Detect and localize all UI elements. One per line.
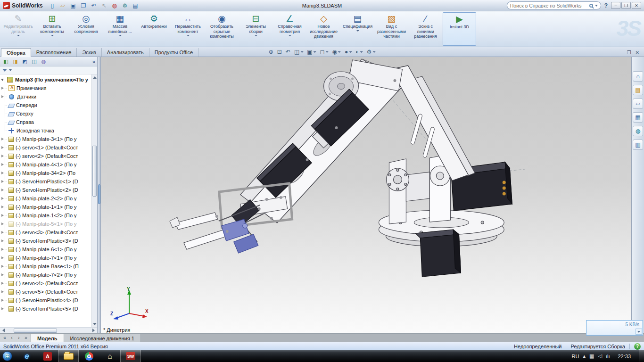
tree-item[interactable]: Сверху — [0, 109, 91, 118]
dimxpertmanager-tab-icon[interactable]: ◫ — [30, 58, 38, 66]
collapse-arrow-icon[interactable] — [1, 79, 4, 81]
undo-icon[interactable]: ↶ — [89, 1, 99, 10]
section-view-icon[interactable]: ◫ — [293, 48, 305, 56]
robot-arm-model[interactable] — [101, 57, 631, 333]
start-button[interactable] — [2, 351, 12, 361]
tree-horizontal-scrollbar[interactable] — [0, 327, 97, 333]
widget-dropdown-button[interactable] — [636, 329, 642, 335]
tree-item[interactable]: (-) Manip-plate-7<1> (По у — [0, 254, 91, 262]
smart-fasteners-button[interactable]: ⚙ Автокрепежи — [137, 12, 171, 46]
clock[interactable]: 22:33 — [613, 354, 635, 359]
tab-layout[interactable]: Расположение — [31, 48, 77, 57]
tree-vertical-scrollbar[interactable] — [91, 74, 97, 327]
tree-item[interactable]: (-) Manip-plate-5<1> (По у — [0, 220, 91, 228]
tree-item[interactable]: (-) Manip-plate-34<2> (По — [0, 169, 91, 177]
search-input[interactable] — [510, 3, 587, 8]
expand-arrow-icon[interactable] — [1, 239, 4, 242]
tree-item[interactable]: (-) ServoHornPlastic<3> (D — [0, 237, 91, 245]
display-style-icon[interactable]: ◻ — [319, 48, 330, 56]
expand-arrow-icon[interactable] — [1, 189, 4, 191]
scrollbar-thumb[interactable] — [92, 146, 97, 197]
tree-item[interactable]: (-) Manip-plate-Base<1> (П — [0, 262, 91, 271]
zoom-to-area-icon[interactable]: ⊡ — [276, 48, 283, 56]
instant-3d-button[interactable]: ▶ Instant 3D — [443, 12, 476, 46]
tree-item[interactable]: (-) ServoHornPlastic<1> (D — [0, 177, 91, 186]
explorer-folder-icon[interactable] — [58, 350, 79, 362]
assembly-features-button[interactable]: ⊟ Элементы сборки — [239, 12, 272, 46]
scroll-right-icon[interactable] — [92, 329, 95, 332]
tree-item[interactable]: (-) Manip-plate-3<1> (По у — [0, 135, 91, 143]
tab-assembly[interactable]: Сборка — [1, 48, 31, 57]
configurationmanager-tab-icon[interactable]: ◩ — [21, 58, 29, 66]
tree-item[interactable]: (-) Manip-plate-2<2> (По у — [0, 194, 91, 203]
tree-item[interactable]: (-) servo<2> (Default<Сост — [0, 152, 91, 160]
solidworks-icon[interactable]: SW — [120, 350, 141, 362]
explode-line-sketch-button[interactable]: ∕ Эскиз с линиями разнесения — [409, 12, 442, 46]
edit-part-button[interactable]: ✎ Редактировать деталь — [1, 12, 35, 46]
help-button[interactable]: ? — [604, 2, 608, 9]
options-icon[interactable]: ⚙ — [120, 1, 130, 10]
next-tab-icon[interactable]: › — [16, 335, 22, 341]
tree-item[interactable]: Исходная точка — [0, 126, 91, 135]
view-palette-icon[interactable]: ▦ — [633, 112, 643, 123]
scrollbar-thumb[interactable] — [14, 329, 57, 333]
expand-arrow-icon[interactable] — [1, 273, 4, 276]
tree-item[interactable]: (-) servo<1> (Default<Сост — [0, 143, 91, 152]
doc-close-button[interactable]: ✕ — [636, 50, 639, 55]
expand-arrow-icon[interactable] — [1, 231, 4, 234]
tree-item[interactable]: (-) ServoHornPlastic<4> (D — [0, 296, 91, 304]
prev-tab-icon[interactable]: ‹ — [8, 335, 15, 341]
expand-arrow-icon[interactable] — [1, 282, 4, 285]
filter-dropdown-icon[interactable] — [9, 69, 12, 71]
tray-expand-icon[interactable]: ▴ — [583, 353, 586, 359]
tab-sketch[interactable]: Эскиз — [77, 48, 101, 57]
language-indicator[interactable]: RU — [572, 354, 579, 359]
expand-arrow-icon[interactable] — [1, 95, 4, 98]
tab-analyze[interactable]: Анализировать — [102, 48, 149, 57]
custom-properties-icon[interactable]: ▥ — [633, 140, 643, 150]
tree-item-root[interactable]: Manip3 (По умолчанию<По у — [0, 75, 91, 84]
expand-arrow-icon[interactable] — [1, 290, 4, 293]
move-component-button[interactable]: ↔ Переместить компонент — [171, 12, 205, 46]
quick-tips-icon[interactable]: ? — [634, 343, 641, 350]
reference-geometry-button[interactable]: ∠ Справочная геометрия — [273, 12, 306, 46]
expand-arrow-icon[interactable] — [1, 146, 4, 149]
maximize-button[interactable]: ❐ — [621, 2, 631, 9]
adobe-reader-icon[interactable]: A — [37, 350, 58, 362]
tree-item[interactable]: (-) Manip-plate-4<1> (По у — [0, 160, 91, 169]
tree-item[interactable]: (-) ServoHornPlastic<5> (D — [0, 304, 91, 313]
expand-arrow-icon[interactable] — [1, 206, 4, 208]
expand-arrow-icon[interactable] — [1, 248, 4, 251]
expand-arrow-icon[interactable] — [1, 214, 4, 217]
search-dropdown-icon[interactable] — [595, 5, 598, 7]
help-search-box[interactable] — [507, 1, 601, 9]
expand-arrow-icon[interactable] — [1, 87, 4, 90]
tree-item[interactable]: (-) Manip-plate-7<2> (По у — [0, 271, 91, 279]
save-icon[interactable]: ▣ — [68, 1, 78, 10]
solidworks-resources-icon[interactable]: ⌂ — [633, 71, 643, 82]
expand-arrow-icon[interactable] — [1, 256, 4, 259]
splitter-grip[interactable] — [98, 184, 100, 204]
zoom-to-fit-icon[interactable]: ⊕ — [267, 48, 275, 56]
insert-components-button[interactable]: ⊞ Вставить компоненты — [35, 12, 69, 46]
propertymanager-tab-icon[interactable]: ◨ — [11, 58, 19, 66]
tree-item[interactable]: Примечания — [0, 84, 91, 92]
filter-funnel-icon[interactable] — [2, 69, 7, 72]
print-icon[interactable]: ❐ — [79, 1, 88, 10]
expand-arrow-icon[interactable] — [1, 222, 4, 225]
expand-arrow-icon[interactable] — [1, 155, 4, 157]
expand-arrow-icon[interactable] — [1, 163, 4, 166]
first-tab-icon[interactable]: « — [1, 335, 8, 341]
new-motion-study-button[interactable]: ◇ Новое исследование движения — [307, 12, 340, 46]
rebuild-icon[interactable]: ◍ — [110, 1, 119, 10]
file-explorer-icon[interactable]: ▱ — [633, 99, 643, 109]
tree-item[interactable]: Спереди — [0, 101, 91, 109]
minimize-button[interactable]: – — [611, 2, 620, 9]
expand-arrow-icon[interactable] — [1, 172, 4, 174]
doc-minimize-button[interactable]: — — [618, 50, 623, 55]
graphics-area[interactable]: Y X Z * Диметрия — [101, 57, 631, 333]
expand-arrow-icon[interactable] — [1, 138, 4, 140]
mate-button[interactable]: ◎ Условия сопряжения — [69, 12, 103, 46]
tree-item[interactable]: (-) servo<3> (Default<Сост — [0, 228, 91, 237]
doc-restore-button[interactable]: ❐ — [627, 50, 631, 55]
